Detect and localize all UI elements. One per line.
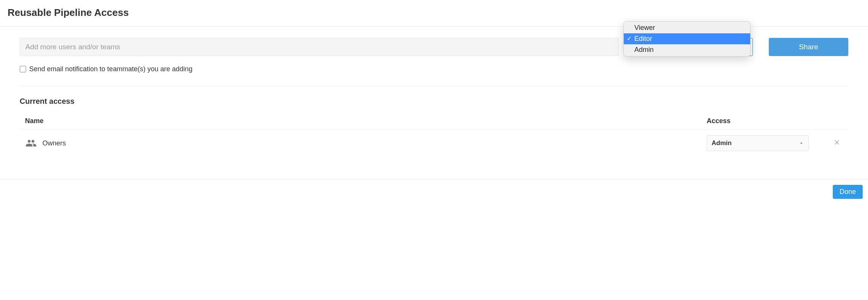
role-select-wrap: Viewer Editor Admin bbox=[624, 38, 753, 56]
access-table: Name Access Owners Admin bbox=[20, 112, 848, 156]
role-dropdown: Viewer Editor Admin bbox=[623, 21, 751, 56]
role-option-viewer[interactable]: Viewer bbox=[624, 22, 750, 33]
dialog-content: Viewer Editor Admin Share Send email not… bbox=[0, 27, 868, 156]
table-row: Owners Admin bbox=[20, 130, 848, 156]
access-table-header: Name Access bbox=[20, 112, 848, 130]
column-name: Name bbox=[25, 117, 707, 125]
row-access-value: Admin bbox=[712, 139, 732, 147]
dialog-footer: Done bbox=[0, 179, 868, 204]
chevron-down-icon bbox=[799, 141, 804, 146]
group-icon bbox=[25, 138, 37, 149]
column-remove bbox=[820, 117, 843, 125]
role-option-admin[interactable]: Admin bbox=[624, 44, 750, 55]
role-option-editor[interactable]: Editor bbox=[624, 33, 750, 44]
row-access-cell: Admin bbox=[707, 135, 820, 151]
done-button[interactable]: Done bbox=[833, 185, 863, 199]
row-access-select[interactable]: Admin bbox=[707, 135, 809, 151]
row-name-label: Owners bbox=[42, 139, 66, 147]
add-users-input[interactable] bbox=[20, 38, 619, 56]
current-access-heading: Current access bbox=[20, 97, 848, 106]
notify-checkbox[interactable] bbox=[20, 66, 26, 72]
column-access: Access bbox=[707, 117, 820, 125]
add-users-row: Viewer Editor Admin Share bbox=[20, 38, 848, 56]
share-button[interactable]: Share bbox=[769, 38, 848, 56]
row-name-cell: Owners bbox=[25, 138, 707, 149]
close-icon bbox=[833, 139, 841, 146]
page-title: Reusable Pipeline Access bbox=[8, 7, 860, 19]
remove-access-button[interactable] bbox=[820, 138, 843, 148]
notify-row: Send email notification to teammate(s) y… bbox=[20, 65, 848, 86]
notify-label: Send email notification to teammate(s) y… bbox=[29, 65, 192, 73]
